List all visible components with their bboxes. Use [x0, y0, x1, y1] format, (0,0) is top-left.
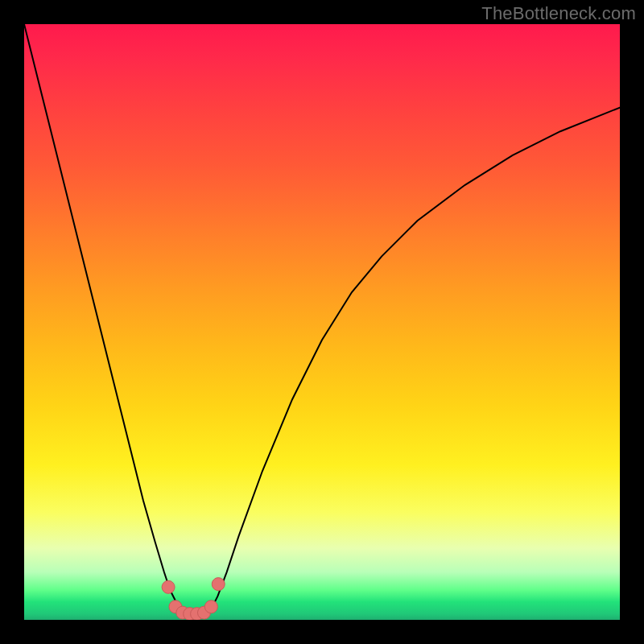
curve-markers	[162, 578, 225, 620]
curve-marker	[162, 580, 175, 593]
chart-frame: TheBottleneck.com	[0, 0, 644, 644]
curve-marker	[204, 601, 217, 613]
watermark-text: TheBottleneck.com	[481, 3, 636, 24]
bottleneck-curve	[24, 24, 620, 620]
plot-area	[24, 24, 620, 620]
curve-right-branch	[206, 108, 620, 614]
curve-marker	[212, 578, 225, 591]
curve-left-branch	[24, 24, 206, 614]
